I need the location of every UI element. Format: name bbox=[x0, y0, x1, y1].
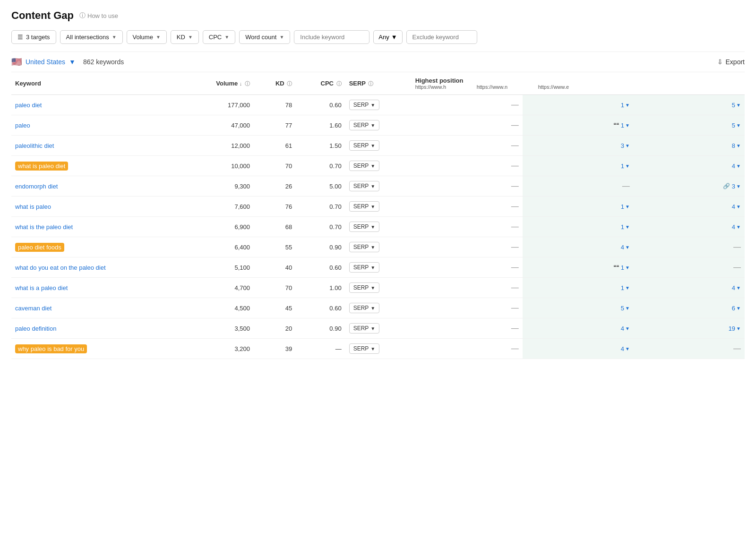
kd-cell: 61 bbox=[254, 136, 296, 156]
position-value[interactable]: 4 ▼ bbox=[621, 244, 630, 251]
keyword-highlighted[interactable]: why paleo is bad for you bbox=[15, 344, 87, 353]
hp1-cell: — bbox=[412, 95, 523, 115]
serp-button[interactable]: SERP ▼ bbox=[349, 323, 380, 334]
position-value[interactable]: 4 ▼ bbox=[732, 163, 741, 170]
position-value[interactable]: 5 ▼ bbox=[621, 305, 630, 312]
position-value[interactable]: 3 ▼ bbox=[621, 142, 630, 149]
serp-button[interactable]: SERP ▼ bbox=[349, 161, 380, 171]
serp-cell: SERP ▼ bbox=[345, 217, 412, 237]
volume-cell: 6,900 bbox=[182, 217, 254, 237]
serp-cell: SERP ▼ bbox=[345, 136, 412, 156]
hp1-cell: — bbox=[412, 278, 523, 298]
position-dash: — bbox=[511, 121, 519, 129]
hp2-cell: ❝❝1 ▼ bbox=[523, 257, 634, 278]
country-selector[interactable]: 🇺🇸 United States ▼ bbox=[11, 57, 76, 67]
keyword-link[interactable]: paleolithic diet bbox=[15, 142, 54, 149]
position-dash: — bbox=[733, 243, 741, 251]
position-dash: — bbox=[511, 283, 519, 291]
serp-button[interactable]: SERP ▼ bbox=[349, 262, 380, 273]
serp-button[interactable]: SERP ▼ bbox=[349, 303, 380, 313]
serp-button[interactable]: SERP ▼ bbox=[349, 181, 380, 191]
serp-button[interactable]: SERP ▼ bbox=[349, 140, 380, 151]
position-value[interactable]: 4 ▼ bbox=[621, 325, 630, 332]
keyword-highlighted[interactable]: paleo diet foods bbox=[15, 243, 64, 252]
word-count-dropdown[interactable]: Word count ▼ bbox=[239, 30, 290, 44]
info-icon: ⓘ bbox=[368, 81, 373, 86]
serp-button[interactable]: SERP ▼ bbox=[349, 100, 380, 110]
keyword-link[interactable]: paleo definition bbox=[15, 325, 56, 332]
hp2-cell: 1 ▼ bbox=[523, 278, 634, 298]
col-volume[interactable]: Volume ↓ ⓘ bbox=[182, 72, 254, 95]
position-value[interactable]: 6 ▼ bbox=[732, 305, 741, 312]
cpc-cell: 0.90 bbox=[296, 318, 345, 339]
volume-cell: 4,500 bbox=[182, 298, 254, 318]
cpc-cell: 0.60 bbox=[296, 257, 345, 278]
serp-cell: SERP ▼ bbox=[345, 318, 412, 339]
keyword-cell: what is a paleo diet bbox=[11, 278, 182, 298]
keyword-link[interactable]: paleo bbox=[15, 122, 30, 129]
hp2-cell: 4 ▼ bbox=[523, 237, 634, 257]
keyword-link[interactable]: what is paleo bbox=[15, 203, 51, 210]
chevron-down-icon: ▼ bbox=[625, 285, 630, 291]
position-value[interactable]: ❝❝1 ▼ bbox=[613, 122, 630, 129]
hp3-cell: — bbox=[634, 339, 745, 359]
volume-dropdown[interactable]: Volume ▼ bbox=[127, 30, 167, 44]
serp-button[interactable]: SERP ▼ bbox=[349, 343, 380, 354]
position-value[interactable]: 🔗3 ▼ bbox=[723, 183, 741, 190]
position-value[interactable]: 19 ▼ bbox=[729, 325, 741, 332]
include-keyword-input[interactable] bbox=[294, 30, 369, 44]
position-value[interactable]: 5 ▼ bbox=[732, 122, 741, 129]
position-dash: — bbox=[511, 243, 519, 251]
table-row: endomorph diet9,300265.00SERP ▼——🔗3 ▼ bbox=[11, 176, 745, 197]
targets-button[interactable]: ☰ 3 targets bbox=[11, 30, 56, 44]
keyword-highlighted[interactable]: what is paleo diet bbox=[15, 162, 68, 171]
position-value[interactable]: 1 ▼ bbox=[621, 223, 630, 231]
position-value[interactable]: 4 ▼ bbox=[732, 284, 741, 291]
cpc-cell: 1.00 bbox=[296, 278, 345, 298]
position-value[interactable]: ❝❝1 ▼ bbox=[613, 264, 630, 271]
serp-button[interactable]: SERP ▼ bbox=[349, 282, 380, 293]
kd-cell: 45 bbox=[254, 298, 296, 318]
position-value[interactable]: 1 ▼ bbox=[621, 102, 630, 109]
export-button[interactable]: ⇩ Export bbox=[717, 58, 745, 66]
position-dash: — bbox=[511, 202, 519, 210]
keyword-link[interactable]: endomorph diet bbox=[15, 183, 58, 190]
position-dash: — bbox=[511, 222, 519, 231]
serp-button[interactable]: SERP ▼ bbox=[349, 201, 380, 212]
filter-icon: ☰ bbox=[17, 34, 23, 41]
keyword-link[interactable]: caveman diet bbox=[15, 305, 52, 312]
any-dropdown[interactable]: Any ▼ bbox=[373, 30, 402, 44]
position-value[interactable]: 1 ▼ bbox=[621, 203, 630, 210]
keyword-link[interactable]: paleo diet bbox=[15, 102, 42, 109]
keyword-cell: paleolithic diet bbox=[11, 136, 182, 156]
intersections-dropdown[interactable]: All intersections ▼ bbox=[60, 30, 123, 44]
position-value[interactable]: 5 ▼ bbox=[732, 102, 741, 109]
keyword-link[interactable]: what is a paleo diet bbox=[15, 284, 68, 291]
info-icon: ⓘ bbox=[245, 81, 250, 86]
table-row: what is paleo diet10,000700.70SERP ▼—1 ▼… bbox=[11, 156, 745, 176]
hp2-cell: 1 ▼ bbox=[523, 156, 634, 176]
chevron-down-icon: ▼ bbox=[736, 326, 741, 331]
export-icon: ⇩ bbox=[717, 58, 723, 66]
position-value[interactable]: 4 ▼ bbox=[732, 223, 741, 231]
kd-cell: 70 bbox=[254, 278, 296, 298]
position-value[interactable]: 1 ▼ bbox=[621, 163, 630, 170]
cpc-dropdown[interactable]: CPC ▼ bbox=[203, 30, 235, 44]
position-value[interactable]: 4 ▼ bbox=[732, 203, 741, 210]
exclude-keyword-input[interactable] bbox=[406, 30, 477, 44]
keyword-link[interactable]: what do you eat on the paleo diet bbox=[15, 264, 106, 271]
keyword-link[interactable]: what is the paleo diet bbox=[15, 223, 73, 231]
volume-cell: 7,600 bbox=[182, 197, 254, 217]
position-value[interactable]: 8 ▼ bbox=[732, 142, 741, 149]
position-value[interactable]: 1 ▼ bbox=[621, 284, 630, 291]
chevron-down-icon: ▼ bbox=[370, 326, 375, 331]
serp-button[interactable]: SERP ▼ bbox=[349, 222, 380, 232]
kd-dropdown[interactable]: KD ▼ bbox=[171, 30, 199, 44]
position-value[interactable]: 4 ▼ bbox=[621, 345, 630, 352]
serp-button[interactable]: SERP ▼ bbox=[349, 242, 380, 252]
chevron-down-icon: ▼ bbox=[370, 346, 375, 351]
serp-button[interactable]: SERP ▼ bbox=[349, 120, 380, 130]
how-to-use-link[interactable]: ⓘ How to use bbox=[79, 11, 118, 20]
hp1-cell: — bbox=[412, 237, 523, 257]
us-flag-icon: 🇺🇸 bbox=[11, 57, 22, 67]
